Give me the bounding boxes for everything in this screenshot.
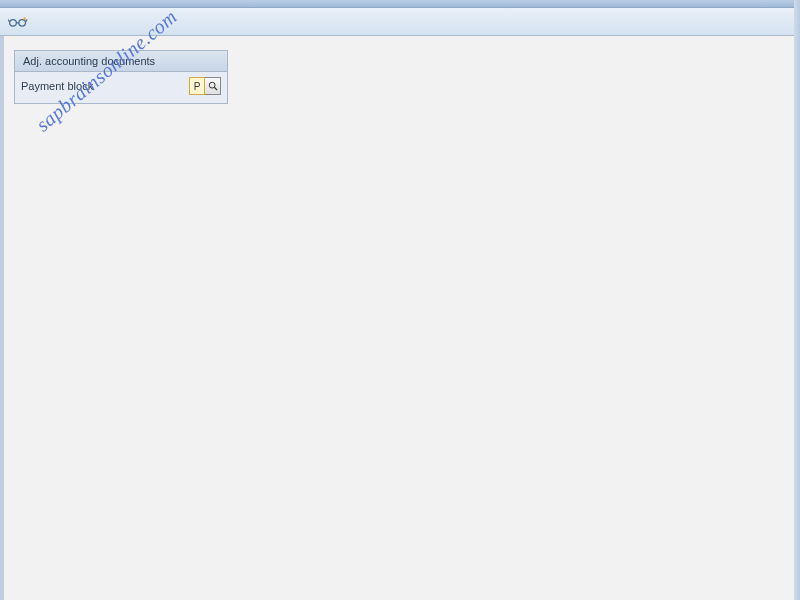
payment-block-row: Payment block: [15, 72, 227, 103]
panel-header: Adj. accounting documents: [15, 51, 227, 72]
glasses-display-icon[interactable]: [8, 14, 28, 30]
payment-block-input[interactable]: [189, 77, 205, 95]
search-icon: [208, 81, 218, 91]
svg-line-4: [26, 19, 28, 22]
search-help-button[interactable]: [205, 77, 221, 95]
svg-line-7: [214, 87, 217, 90]
accounting-documents-panel: Adj. accounting documents Payment block: [14, 50, 228, 104]
svg-line-3: [8, 19, 10, 22]
svg-point-0: [10, 19, 17, 26]
right-border: [794, 0, 800, 600]
svg-point-1: [19, 19, 26, 26]
svg-point-6: [209, 82, 215, 88]
payment-block-label: Payment block: [21, 80, 189, 92]
title-bar: [0, 0, 800, 8]
content-area: Adj. accounting documents Payment block …: [0, 36, 800, 600]
svg-point-5: [23, 17, 25, 20]
toolbar: [0, 8, 800, 36]
